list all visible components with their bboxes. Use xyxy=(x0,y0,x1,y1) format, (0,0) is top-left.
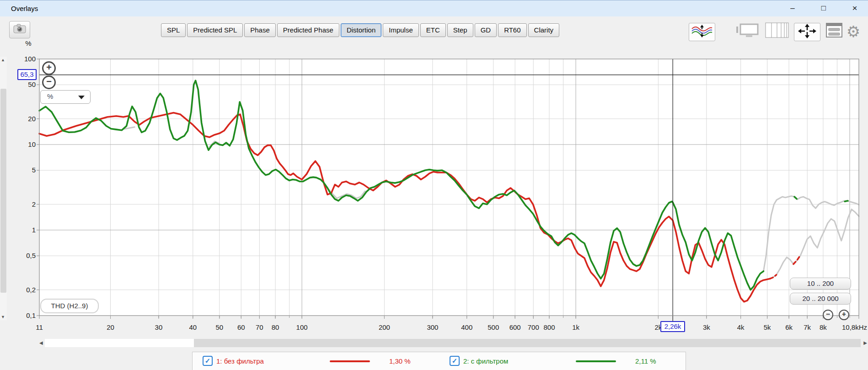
scroll-right-icon[interactable]: ▶ xyxy=(863,340,867,345)
y-tick-label: 0,2 xyxy=(26,286,36,294)
zoom-in-x-button[interactable]: + xyxy=(839,310,849,320)
cursor-frequency-readout: 2,26k xyxy=(660,321,685,332)
thd-trace-label: THD (H2..9) xyxy=(40,299,99,313)
x-tick-label: 20 xyxy=(107,323,114,331)
zoom-in-y-button[interactable]: + xyxy=(42,61,56,75)
legend-cursor-value-2: 2,11 % xyxy=(635,357,656,365)
y-axis-unit-label: % xyxy=(20,39,37,47)
legend-checkbox-2[interactable]: ✓ xyxy=(450,356,460,366)
scroll-up-icon[interactable]: ▲ xyxy=(1,58,5,62)
y-tick-label: 0,1 xyxy=(26,311,36,319)
x-tick-label: 8k xyxy=(820,323,827,331)
curve-thd-2-dash-2 xyxy=(845,201,848,202)
x-tick-label: 4k xyxy=(737,323,745,331)
vertical-scrollbar[interactable]: ▲ ▼ xyxy=(0,57,7,320)
x-tick-label: 10,8kHz xyxy=(842,323,867,331)
zoom-out-y-button[interactable]: − xyxy=(42,75,56,89)
y-tick-label: 0,5 xyxy=(26,252,36,259)
x-tick-label: 1k xyxy=(572,323,579,331)
distortion-chart[interactable]: 1120304050607080100200300400500600700800… xyxy=(0,0,868,370)
y-tick-label: 2 xyxy=(32,200,36,208)
y-tick-label: 50 xyxy=(28,80,36,88)
x-tick-label: 70 xyxy=(256,323,263,331)
x-tick-label: 800 xyxy=(544,323,555,331)
y-unit-dropdown-value: % xyxy=(47,92,53,100)
y-tick-label: 1 xyxy=(32,226,36,234)
x-tick-label: 600 xyxy=(509,323,521,331)
x-tick-label: 40 xyxy=(189,323,197,331)
horizontal-scroll-track[interactable] xyxy=(45,339,861,347)
legend-label-1[interactable]: 1: без фильтра xyxy=(216,357,264,365)
x-tick-label: 100 xyxy=(296,323,308,331)
x-tick-label: 50 xyxy=(215,323,223,331)
x-tick-label: 200 xyxy=(379,323,390,331)
x-tick-label: 500 xyxy=(488,323,499,331)
x-tick-label: 60 xyxy=(237,323,245,331)
horizontal-scrollbar[interactable]: ◀ ▶ xyxy=(38,338,867,348)
x-tick-label: 80 xyxy=(272,323,279,331)
x-tick-label: 7k xyxy=(804,323,811,331)
rew-overlays-window: { "window": { "title": "Overlays", "cont… xyxy=(0,0,868,370)
y-tick-label: 10 xyxy=(28,140,36,148)
cursor-value-readout: 65,3 xyxy=(17,69,37,80)
zoom-out-x-button[interactable]: − xyxy=(823,310,833,320)
x-tick-label: 3k xyxy=(703,323,710,331)
legend-line-sample-2 xyxy=(576,360,616,362)
horizontal-scroll-thumb[interactable] xyxy=(194,339,861,347)
vertical-scroll-thumb[interactable] xyxy=(0,89,6,293)
legend-cursor-value-1: 1,30 % xyxy=(389,357,411,365)
x-tick-label: 30 xyxy=(155,323,163,331)
scroll-down-icon[interactable]: ▼ xyxy=(1,315,5,319)
x-tick-label: 5k xyxy=(764,323,771,331)
y-tick-label: 20 xyxy=(28,115,36,123)
chevron-down-icon xyxy=(78,96,85,99)
x-tick-label: 700 xyxy=(528,323,539,331)
freq-range-10-200-button[interactable]: 10 .. 200 xyxy=(790,278,851,290)
x-tick-label: 400 xyxy=(461,323,472,331)
legend-line-sample-1 xyxy=(330,360,370,362)
y-tick-label: 5 xyxy=(32,166,36,174)
x-tick-label: 11 xyxy=(36,323,43,331)
x-tick-label: 300 xyxy=(427,323,438,331)
scroll-left-icon[interactable]: ◀ xyxy=(39,340,43,345)
x-tick-label: 6k xyxy=(785,323,793,331)
legend-label-2[interactable]: 2: с фильтром xyxy=(463,357,508,365)
freq-range-20-20000-button[interactable]: 20 .. 20 000 xyxy=(790,293,851,305)
y-unit-dropdown[interactable]: % xyxy=(40,90,91,104)
y-tick-label: 100 xyxy=(24,55,36,63)
legend-checkbox-1[interactable]: ✓ xyxy=(203,356,213,366)
legend-panel: ✓1: без фильтра1,30 %✓2: с фильтром2,11 … xyxy=(192,352,686,370)
